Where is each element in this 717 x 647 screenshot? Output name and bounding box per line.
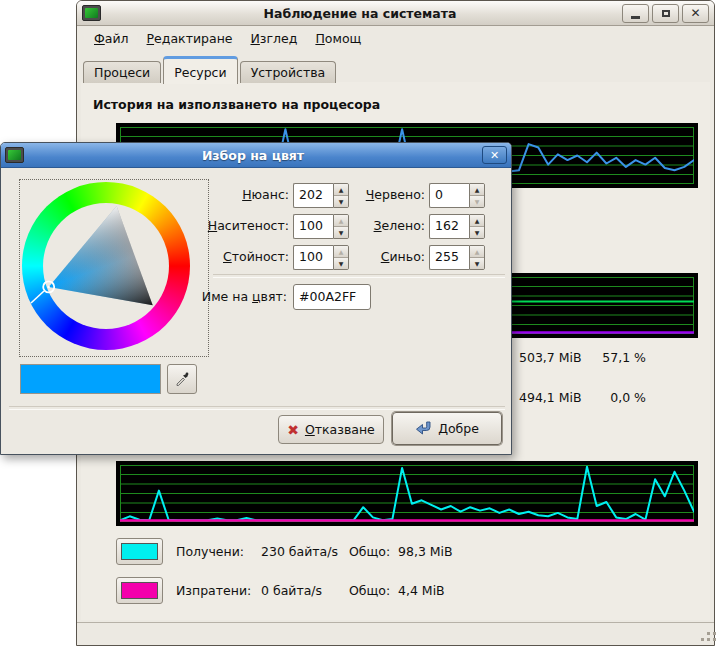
- sent-total-label: Общо:: [349, 583, 390, 598]
- swap-used-percent: 0,0 %: [539, 390, 646, 405]
- color-name-input[interactable]: #00A2FF: [293, 284, 371, 310]
- tab-devices[interactable]: Устройства: [240, 61, 337, 83]
- sent-color-button[interactable]: [116, 577, 163, 604]
- received-total-label: Общо:: [349, 544, 390, 559]
- desktop: Наблюдение на системата ✕ Файл Редактира…: [0, 0, 717, 647]
- green-label: Зелено:: [331, 218, 425, 233]
- blue-spinner[interactable]: 255 ▲▼: [429, 245, 485, 270]
- received-color-swatch: [121, 543, 158, 560]
- saturation-value[interactable]: 100: [293, 214, 333, 239]
- dialog-titlebar[interactable]: Избор на цвят ✕: [1, 143, 511, 168]
- blue-value[interactable]: 255: [429, 245, 469, 270]
- menu-edit[interactable]: Редактиране: [138, 28, 242, 49]
- spin-down-icon[interactable]: ▼: [470, 258, 484, 269]
- network-history-chart: [116, 461, 698, 526]
- eyedropper-button[interactable]: [167, 364, 197, 394]
- red-value[interactable]: 0: [429, 183, 469, 208]
- tab-processes[interactable]: Процеси: [83, 61, 161, 83]
- cancel-button[interactable]: ✖ Отказване: [278, 415, 384, 444]
- spin-up-icon[interactable]: ▲: [470, 215, 484, 227]
- close-icon: ✕: [690, 7, 700, 19]
- fields-separator: [213, 274, 505, 278]
- blue-label: Синьо:: [331, 249, 425, 264]
- hue-value[interactable]: 202: [293, 183, 333, 208]
- dialog-title: Избор на цвят: [24, 148, 482, 163]
- dialog-close-button[interactable]: ✕: [482, 146, 507, 164]
- spin-down-icon[interactable]: ▼: [470, 227, 484, 238]
- cancel-label: Отказване: [305, 422, 375, 437]
- color-wheel[interactable]: [22, 182, 190, 350]
- sent-label: Изпратени:: [176, 583, 251, 598]
- sent-color-swatch: [121, 582, 158, 599]
- buttons-separator: [9, 406, 505, 410]
- spin-up-icon[interactable]: ▲: [470, 184, 484, 196]
- menu-view[interactable]: Изглед: [242, 28, 307, 49]
- main-window-title: Наблюдение на системата: [101, 6, 619, 21]
- spin-down-icon[interactable]: ▼: [470, 196, 484, 207]
- dialog-app-icon: [5, 147, 24, 163]
- statusbar: [77, 622, 714, 645]
- received-rate: 230 байта/s: [261, 544, 338, 559]
- memory-used-percent: 57,1 %: [539, 350, 646, 365]
- received-color-button[interactable]: [116, 538, 163, 565]
- menubar: Файл Редактиране Изглед Помощ: [77, 26, 714, 51]
- selected-color-preview: [20, 364, 161, 394]
- cpu-history-title: История на използването на процесора: [93, 97, 380, 112]
- sent-rate: 0 байта/s: [261, 583, 322, 598]
- color-picker-dialog: Избор на цвят ✕: [0, 142, 512, 455]
- sent-total: 4,4 MiB: [398, 583, 445, 598]
- red-label: Червено:: [331, 187, 425, 202]
- received-label: Получени:: [176, 544, 244, 559]
- eyedropper-icon: [174, 371, 190, 387]
- maximize-button[interactable]: [652, 4, 679, 23]
- spin-up-icon[interactable]: ▲: [470, 246, 484, 258]
- tabstrip: Процеси Ресурси Устройства: [81, 54, 338, 83]
- ok-button[interactable]: Добре: [392, 412, 502, 445]
- maximize-icon: [662, 10, 670, 17]
- green-value[interactable]: 162: [429, 214, 469, 239]
- hue-pointer-line: [31, 291, 44, 303]
- menu-help[interactable]: Помощ: [306, 28, 370, 49]
- cancel-x-icon: ✖: [287, 423, 299, 437]
- green-spinner[interactable]: 162 ▲▼: [429, 214, 485, 239]
- minimize-button[interactable]: [622, 4, 649, 23]
- red-spinner[interactable]: 0 ▲▼: [429, 183, 485, 208]
- value-value[interactable]: 100: [293, 245, 333, 270]
- main-titlebar[interactable]: Наблюдение на системата ✕: [77, 1, 714, 26]
- minimize-icon: [631, 16, 640, 19]
- received-total: 98,3 MiB: [398, 544, 453, 559]
- tab-resources[interactable]: Ресурси: [163, 56, 237, 84]
- hsv-triangle[interactable]: [22, 182, 190, 350]
- system-monitor-app-icon: [82, 5, 101, 21]
- close-button[interactable]: ✕: [682, 4, 709, 23]
- ok-return-arrow-icon: [415, 421, 432, 436]
- ok-label: Добре: [438, 421, 479, 436]
- dialog-close-icon: ✕: [490, 149, 499, 162]
- resize-grip-icon[interactable]: [707, 638, 710, 641]
- menu-file[interactable]: Файл: [85, 28, 138, 49]
